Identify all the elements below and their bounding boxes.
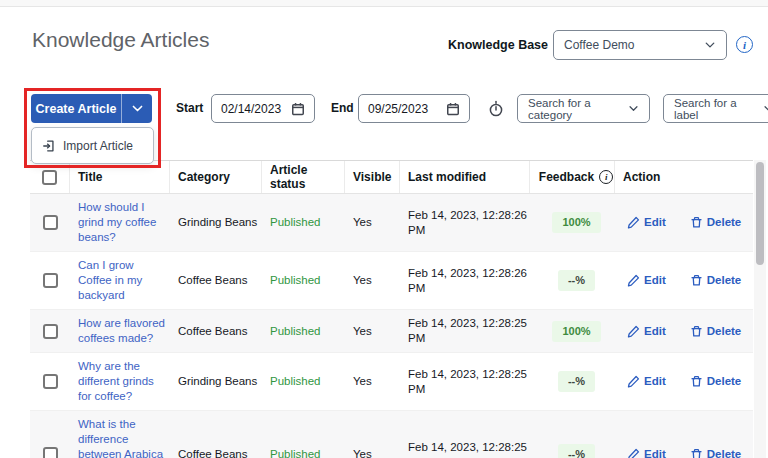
pencil-icon — [627, 325, 640, 338]
edit-label: Edit — [644, 215, 666, 230]
table-header-row: Title Category Article status Visible La… — [30, 161, 753, 194]
feedback-header-label: Feedback — [539, 170, 594, 184]
row-checkbox[interactable] — [43, 215, 58, 230]
table-row: How should I grind my coffee beans? Grin… — [30, 194, 753, 252]
row-checkbox[interactable] — [43, 374, 58, 389]
feedback-cell: 100% — [530, 321, 615, 342]
pencil-icon — [627, 375, 640, 388]
import-icon — [42, 139, 56, 153]
calendar-icon[interactable] — [291, 102, 305, 116]
feedback-badge: 100% — [552, 212, 600, 233]
delete-button[interactable]: Delete — [690, 374, 742, 389]
title-cell: Why are the different grinds for coffee? — [70, 353, 170, 410]
column-header-modified: Last modified — [400, 161, 530, 193]
title-cell: What is the difference between Arabica a… — [70, 411, 170, 458]
create-article-split-button[interactable]: Create Article — [31, 94, 152, 123]
delete-label: Delete — [707, 273, 742, 288]
delete-label: Delete — [707, 374, 742, 389]
row-checkbox[interactable] — [43, 447, 58, 458]
trash-icon — [690, 375, 703, 388]
delete-button[interactable]: Delete — [690, 273, 742, 288]
end-date-label: End — [331, 101, 354, 115]
trash-icon — [690, 448, 703, 458]
create-article-caret-button[interactable] — [121, 94, 152, 123]
start-date-value: 02/14/2023 — [221, 102, 281, 116]
edit-button[interactable]: Edit — [627, 215, 666, 230]
knowledge-base-selected-value: Coffee Demo — [564, 38, 634, 52]
end-date-input[interactable]: 09/25/2023 — [358, 94, 470, 123]
action-cell: Edit Delete — [615, 374, 753, 389]
select-all-checkbox[interactable] — [42, 170, 57, 185]
articles-table: Title Category Article status Visible La… — [30, 160, 753, 458]
category-filter-select[interactable]: Search for a category — [517, 94, 650, 123]
article-title-link[interactable]: How should I grind my coffee beans? — [78, 201, 156, 243]
create-article-dropdown-menu: Import Article — [31, 127, 154, 164]
column-header-title: Title — [70, 161, 170, 193]
action-cell: Edit Delete — [615, 215, 753, 230]
edit-button[interactable]: Edit — [627, 324, 666, 339]
feedback-info-icon[interactable]: i — [599, 170, 613, 184]
article-title-link[interactable]: What is the difference between Arabica a… — [78, 418, 163, 458]
modified-cell: Feb 14, 2023, 12:28:26 PM — [400, 208, 530, 238]
feedback-cell: --% — [530, 444, 615, 458]
pencil-icon — [627, 448, 640, 458]
end-date-value: 09/25/2023 — [368, 102, 428, 116]
category-cell: Grinding Beans — [170, 215, 262, 230]
row-checkbox-cell — [30, 447, 70, 458]
trash-icon — [690, 325, 703, 338]
row-checkbox[interactable] — [43, 273, 58, 288]
action-cell: Edit Delete — [615, 273, 753, 288]
feedback-badge: --% — [558, 444, 595, 458]
modified-cell: Feb 14, 2023, 12:28:26 PM — [400, 266, 530, 296]
edit-button[interactable]: Edit — [627, 374, 666, 389]
trash-icon — [690, 274, 703, 287]
edit-button[interactable]: Edit — [627, 273, 666, 288]
column-header-visible: Visible — [345, 161, 400, 193]
visible-cell: Yes — [345, 324, 400, 339]
row-checkbox-cell — [30, 374, 70, 389]
visible-cell: Yes — [345, 273, 400, 288]
clock-history-icon[interactable] — [487, 100, 505, 118]
feedback-badge: 100% — [552, 321, 600, 342]
row-checkbox-cell — [30, 324, 70, 339]
title-cell: How should I grind my coffee beans? — [70, 194, 170, 251]
row-checkbox-cell — [30, 273, 70, 288]
edit-button[interactable]: Edit — [627, 447, 666, 458]
delete-label: Delete — [707, 324, 742, 339]
title-cell: Can I grow Coffee in my backyard — [70, 252, 170, 309]
scrollbar-thumb[interactable] — [756, 162, 764, 265]
delete-button[interactable]: Delete — [690, 324, 742, 339]
visible-cell: Yes — [345, 374, 400, 389]
chevron-down-icon — [131, 102, 144, 115]
delete-button[interactable]: Delete — [690, 447, 742, 458]
feedback-cell: --% — [530, 270, 615, 291]
status-cell: Published — [262, 324, 345, 339]
select-all-cell — [30, 161, 70, 193]
category-cell: Coffee Beans — [170, 324, 262, 339]
start-date-input[interactable]: 02/14/2023 — [211, 94, 315, 123]
menu-item-import-article[interactable]: Import Article — [63, 139, 133, 153]
chevron-down-icon — [704, 39, 716, 51]
knowledge-base-select[interactable]: Coffee Demo — [553, 30, 727, 60]
knowledge-base-info-icon[interactable]: i — [736, 36, 753, 53]
label-filter-select[interactable]: Search for a label — [663, 94, 768, 123]
trash-icon — [690, 216, 703, 229]
row-checkbox[interactable] — [43, 324, 58, 339]
article-title-link[interactable]: Why are the different grinds for coffee? — [78, 360, 154, 402]
feedback-cell: 100% — [530, 212, 615, 233]
calendar-icon[interactable] — [446, 102, 460, 116]
article-title-link[interactable]: How are flavored coffees made? — [78, 317, 165, 344]
chevron-down-icon — [763, 103, 768, 114]
edit-label: Edit — [644, 324, 666, 339]
modified-cell: Feb 14, 2023, 12:28:25 PM — [400, 440, 530, 458]
row-checkbox-cell — [30, 215, 70, 230]
knowledge-base-label: Knowledge Base — [448, 38, 548, 52]
chevron-down-icon — [628, 103, 639, 114]
create-article-button[interactable]: Create Article — [31, 94, 121, 123]
article-title-link[interactable]: Can I grow Coffee in my backyard — [78, 259, 142, 301]
feedback-badge: --% — [558, 371, 595, 392]
table-row: Why are the different grinds for coffee?… — [30, 353, 753, 411]
delete-button[interactable]: Delete — [690, 215, 742, 230]
column-header-feedback: Feedback i — [530, 161, 615, 193]
table-row: Can I grow Coffee in my backyard Coffee … — [30, 252, 753, 310]
